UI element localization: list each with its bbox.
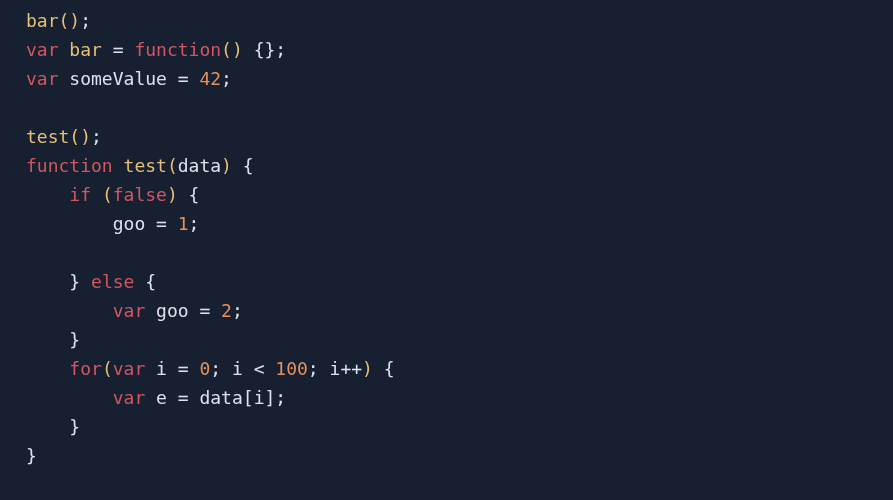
code-token: var — [26, 68, 59, 89]
code-token: bar — [69, 39, 102, 60]
code-token — [26, 242, 37, 263]
code-token: ) — [167, 184, 178, 205]
code-token: function — [26, 155, 113, 176]
code-token — [232, 155, 243, 176]
code-token: ; — [221, 68, 232, 89]
code-token: } — [26, 445, 37, 466]
code-token: < — [243, 358, 276, 379]
code-line: function test(data) { — [26, 151, 893, 180]
code-token: = — [102, 39, 135, 60]
code-token: 100 — [275, 358, 308, 379]
code-token: () — [59, 10, 81, 31]
code-token — [221, 358, 232, 379]
code-token: ++ — [340, 358, 362, 379]
code-line — [26, 93, 893, 122]
code-line: goo = 1; — [26, 209, 893, 238]
code-token: () — [221, 39, 243, 60]
code-token: ; — [232, 300, 243, 321]
code-token: ; — [275, 39, 286, 60]
code-line: } — [26, 441, 893, 470]
code-line: if (false) { — [26, 180, 893, 209]
code-token: 42 — [199, 68, 221, 89]
code-token: var — [113, 358, 146, 379]
code-token: test — [124, 155, 167, 176]
code-token — [26, 300, 113, 321]
code-line: test(); — [26, 122, 893, 151]
code-token: } — [69, 416, 80, 437]
code-token: false — [113, 184, 167, 205]
code-token: i — [330, 358, 341, 379]
code-token: 0 — [199, 358, 210, 379]
code-token: goo — [156, 300, 189, 321]
code-token — [145, 387, 156, 408]
code-line: bar(); — [26, 6, 893, 35]
code-token: i — [232, 358, 243, 379]
code-token — [145, 300, 156, 321]
code-token: ( — [102, 184, 113, 205]
code-token — [113, 155, 124, 176]
code-token: { — [243, 155, 254, 176]
code-token — [91, 184, 102, 205]
code-token — [26, 387, 113, 408]
code-token: ; — [308, 358, 319, 379]
code-token: 2 — [221, 300, 232, 321]
code-token: test — [26, 126, 69, 147]
code-token: 1 — [178, 213, 189, 234]
code-token: = — [167, 358, 200, 379]
code-token — [26, 213, 113, 234]
code-line: } — [26, 325, 893, 354]
code-token: { — [145, 271, 156, 292]
code-token — [373, 358, 384, 379]
code-token: data — [199, 387, 242, 408]
code-token: } — [69, 329, 80, 350]
code-token — [319, 358, 330, 379]
code-token: = — [189, 300, 222, 321]
code-token: ; — [80, 10, 91, 31]
code-token — [26, 184, 69, 205]
code-token: [ — [243, 387, 254, 408]
code-token — [134, 271, 145, 292]
code-token: ; — [189, 213, 200, 234]
code-token: bar — [26, 10, 59, 31]
code-token: = — [145, 213, 178, 234]
code-line: for(var i = 0; i < 100; i++) { — [26, 354, 893, 383]
code-token: ) — [362, 358, 373, 379]
code-line: var someValue = 42; — [26, 64, 893, 93]
code-token — [26, 416, 69, 437]
code-token — [80, 271, 91, 292]
code-token: { — [189, 184, 200, 205]
code-token: i — [156, 358, 167, 379]
code-token — [145, 358, 156, 379]
code-token — [59, 39, 70, 60]
code-token — [26, 329, 69, 350]
code-token: for — [69, 358, 102, 379]
code-line: var bar = function() {}; — [26, 35, 893, 64]
code-token: goo — [113, 213, 146, 234]
code-token: function — [134, 39, 221, 60]
code-token: = — [167, 387, 200, 408]
code-token: () — [69, 126, 91, 147]
code-token — [26, 358, 69, 379]
code-token: ] — [264, 387, 275, 408]
code-token: ; — [91, 126, 102, 147]
code-token — [26, 97, 37, 118]
code-token: someValue — [69, 68, 167, 89]
code-token: } — [69, 271, 80, 292]
code-line: } — [26, 412, 893, 441]
code-token — [178, 184, 189, 205]
code-token: if — [69, 184, 91, 205]
code-token: else — [91, 271, 134, 292]
code-token: ; — [275, 387, 286, 408]
code-token: ( — [167, 155, 178, 176]
code-token: { — [384, 358, 395, 379]
code-line: var e = data[i]; — [26, 383, 893, 412]
code-token: var — [113, 387, 146, 408]
code-token: i — [254, 387, 265, 408]
code-token — [243, 39, 254, 60]
code-token — [59, 68, 70, 89]
code-block: bar();var bar = function() {};var someVa… — [0, 0, 893, 470]
code-token: = — [167, 68, 200, 89]
code-line: var goo = 2; — [26, 296, 893, 325]
code-token: var — [26, 39, 59, 60]
code-token: ; — [210, 358, 221, 379]
